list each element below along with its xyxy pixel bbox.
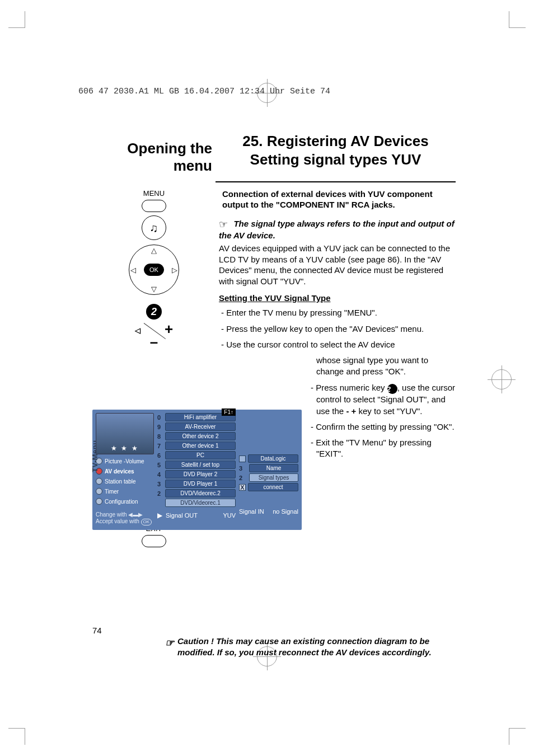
stars-icon: ★ ★ ★ bbox=[111, 444, 139, 452]
menu-label: MENU bbox=[92, 189, 216, 198]
opening-menu-title: Opening the menu bbox=[92, 129, 216, 182]
status-row-2: Signal IN no Signal bbox=[239, 508, 298, 515]
step-1: - Enter the TV menu by pressing "MENU". bbox=[219, 307, 456, 318]
crop-mark bbox=[509, 728, 526, 745]
inline-numeric-2-icon: 2 bbox=[387, 384, 397, 394]
square-icon bbox=[239, 456, 246, 462]
step-3a: - Use the cursor control to select the A… bbox=[219, 339, 456, 350]
remote-control-diagram: MENU ♫ △ ▽ ◁ ▷ OK 2 ◁ +– bbox=[92, 189, 216, 349]
intro-text: Connection of external devices with YUV … bbox=[219, 186, 456, 213]
music-button-icon: ♫ bbox=[142, 215, 166, 240]
step-4: - Press numeric key 2, use the cursor co… bbox=[308, 382, 456, 417]
step-6: - Exit the "TV Menu" by pressing "EXIT". bbox=[308, 437, 456, 460]
play-icon: ▶ bbox=[157, 511, 162, 519]
plus-minus-icon: ◁ +– bbox=[92, 323, 216, 349]
chapter-line2: Setting signal types YUV bbox=[250, 151, 421, 168]
sub-heading: Setting the YUV Signal Type bbox=[219, 293, 456, 303]
chapter-heading: 25. Registering AV DevicesSetting signal… bbox=[216, 129, 456, 182]
registration-mark bbox=[491, 369, 512, 389]
crop-mark bbox=[8, 11, 25, 28]
caution-text: Caution ! This may cause an existing con… bbox=[177, 636, 456, 658]
crop-mark bbox=[8, 728, 25, 745]
pointing-hand-icon: ☞ bbox=[219, 218, 228, 231]
ok-center-icon: OK bbox=[144, 264, 164, 276]
arrow-left-icon: ◁ bbox=[130, 266, 136, 274]
chapter-line1: 25. Registering AV Devices bbox=[242, 133, 428, 149]
tv-preview-thumb: ★ ★ ★ bbox=[96, 413, 154, 454]
crop-mark bbox=[509, 11, 526, 28]
status-row: ▶ Signal OUT YUV bbox=[157, 511, 236, 519]
sidebar-item-station-table: Station table bbox=[96, 478, 154, 485]
device-list: F1↑ 0HiFi amplifier 9AV-Receiver 8Other … bbox=[157, 413, 236, 525]
step-2: - Press the yellow key to open the "AV D… bbox=[219, 323, 456, 335]
sub-list: DataLogic 3Name 2Signal types Xconnect S… bbox=[239, 413, 298, 525]
step-5: - Confirm the setting by pressing "OK". bbox=[308, 421, 456, 433]
f1-tab: F1↑ bbox=[222, 408, 236, 416]
sidebar-item-configuration: Configuration bbox=[96, 498, 154, 505]
hint-text: Change with ◀▬▶ Accept value with OK bbox=[96, 511, 154, 525]
numeric-key-2-icon: 2 bbox=[146, 304, 162, 320]
note-1: The signal type always refers to the inp… bbox=[219, 219, 455, 240]
exit-button-icon bbox=[142, 535, 166, 547]
x-icon: X bbox=[239, 484, 246, 491]
sidebar-item-av-devices: AV devices bbox=[96, 468, 154, 475]
page-number: 74 bbox=[92, 626, 102, 635]
caution-note: ☞ Caution ! This may cause an existing c… bbox=[165, 636, 456, 658]
navigation-ring-icon: △ ▽ ◁ ▷ OK bbox=[129, 245, 179, 295]
osd-screenshot: TV-Menu ★ ★ ★ Picture -Volume AV devices… bbox=[92, 410, 302, 530]
arrow-up-icon: △ bbox=[151, 246, 157, 255]
arrow-right-icon: ▷ bbox=[172, 266, 177, 274]
arrow-down-icon: ▽ bbox=[151, 285, 157, 293]
print-header: 606 47 2030.A1 ML GB 16.04.2007 12:34 Uh… bbox=[78, 87, 330, 96]
pointing-hand-icon: ☞ bbox=[165, 637, 174, 658]
sidebar-item-timer: Timer bbox=[96, 488, 154, 495]
step-3b: whose signal type you want to change and… bbox=[308, 355, 456, 378]
body-paragraph: AV devices equipped with a YUV jack can … bbox=[219, 243, 456, 287]
sidebar-item-picture: Picture -Volume bbox=[96, 458, 154, 464]
menu-button-icon bbox=[142, 200, 166, 212]
